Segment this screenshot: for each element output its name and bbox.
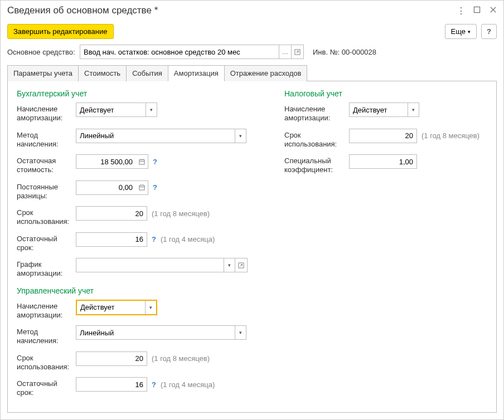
help-icon[interactable]: ? [153, 158, 157, 166]
acc-depreciation-label: Начисление амортизации: [17, 102, 76, 123]
acc-remaining-hint: (1 год 4 месяца) [161, 235, 215, 243]
tax-use-period-hint: (1 год 8 месяцев) [421, 131, 479, 140]
inventory-number: Инв. №: 00-000028 [313, 48, 376, 56]
window-title: Сведения об основном средстве * [7, 5, 457, 16]
tab-depreciation[interactable]: Амортизация [168, 65, 225, 81]
tab-params[interactable]: Параметры учета [7, 65, 79, 81]
calendar-icon[interactable] [136, 154, 148, 169]
tax-depreciation-select[interactable]: ▾ [349, 102, 419, 117]
mgmt-method-field[interactable] [76, 326, 235, 339]
main-asset-label: Основное средство: [7, 48, 76, 56]
management-section-title: Управленческий учет [17, 286, 268, 295]
acc-use-period-hint: (1 год 8 месяцев) [152, 209, 210, 218]
chevron-down-icon[interactable]: ▾ [224, 258, 235, 272]
acc-residual-input[interactable] [76, 154, 136, 169]
tax-depreciation-label: Начисление амортизации: [284, 102, 349, 123]
chevron-down-icon[interactable]: ▾ [235, 326, 246, 339]
tax-depreciation-field[interactable] [350, 103, 408, 116]
tab-cost[interactable]: Стоимость [78, 65, 127, 81]
left-column: Бухгалтерский учет Начисление амортизаци… [17, 87, 268, 407]
ellipsis-icon[interactable]: … [279, 45, 291, 58]
tax-coeff-input[interactable] [349, 154, 417, 169]
acc-use-period-label: Срок использования: [17, 206, 76, 227]
accounting-section-title: Бухгалтерский учет [17, 89, 268, 98]
acc-permdiff-input[interactable] [76, 180, 136, 195]
mgmt-method-select[interactable]: ▾ [76, 325, 246, 340]
mgmt-remaining-hint: (1 год 4 месяца) [161, 380, 215, 389]
mgmt-remaining-label: Остаточный срок: [17, 377, 76, 398]
help-icon[interactable]: ? [152, 235, 156, 243]
tab-expenses[interactable]: Отражение расходов [224, 65, 308, 81]
svg-rect-0 [474, 7, 479, 12]
maximize-icon[interactable] [473, 6, 481, 15]
tax-use-period-label: Срок использования: [284, 129, 349, 149]
acc-permdiff-label: Постоянные разницы: [17, 180, 76, 201]
toolbar: Завершить редактирование Еще ▾ ? [1, 21, 503, 42]
menu-dots-icon[interactable]: ⋮ [457, 6, 464, 16]
acc-residual-label: Остаточная стоимость: [17, 154, 76, 175]
mgmt-use-period-label: Срок использования: [17, 351, 76, 372]
acc-depreciation-select[interactable]: ▾ [76, 102, 157, 117]
mgmt-depreciation-field[interactable] [77, 301, 145, 314]
right-column: Налоговый учет Начисление амортизации: ▾… [284, 87, 479, 407]
svg-rect-3 [139, 185, 144, 190]
help-icon[interactable]: ? [153, 183, 157, 192]
tax-coeff-label: Специальный коэффициент: [284, 154, 349, 175]
open-icon[interactable] [235, 258, 247, 272]
finish-editing-button[interactable]: Завершить редактирование [7, 24, 114, 39]
tabs: Параметры учета Стоимость События Аморти… [7, 65, 497, 81]
acc-schedule-label: График амортизации: [17, 258, 76, 279]
acc-remaining-input[interactable] [76, 232, 147, 247]
mgmt-use-period-hint: (1 год 8 месяцев) [152, 354, 210, 363]
mgmt-depreciation-select[interactable]: ▾ [76, 300, 157, 315]
acc-depreciation-field[interactable] [76, 103, 146, 116]
mgmt-use-period-input[interactable] [76, 351, 147, 366]
tab-events[interactable]: События [126, 65, 168, 81]
chevron-down-icon[interactable]: ▾ [146, 103, 157, 116]
main-asset-row: Основное средство: … Инв. №: 00-000028 [1, 42, 503, 65]
acc-schedule-select[interactable]: ▾ [76, 258, 248, 272]
content: Бухгалтерский учет Начисление амортизаци… [7, 81, 497, 413]
open-icon[interactable] [291, 45, 303, 58]
titlebar: Сведения об основном средстве * ⋮ [1, 1, 503, 21]
svg-rect-2 [139, 159, 144, 164]
more-button[interactable]: Еще ▾ [445, 24, 477, 39]
main-asset-field[interactable] [80, 45, 279, 58]
chevron-down-icon[interactable]: ▾ [408, 103, 419, 116]
acc-method-field[interactable] [76, 129, 235, 143]
titlebar-controls: ⋮ [457, 6, 497, 16]
mgmt-method-label: Метод начисления: [17, 325, 76, 346]
acc-use-period-input[interactable] [76, 206, 147, 221]
tax-section-title: Налоговый учет [284, 89, 479, 98]
acc-method-label: Метод начисления: [17, 129, 76, 149]
chevron-down-icon[interactable]: ▾ [145, 301, 156, 314]
help-icon[interactable]: ? [152, 380, 156, 389]
tax-use-period-input[interactable] [349, 129, 417, 143]
help-button[interactable]: ? [481, 24, 497, 39]
close-icon[interactable] [490, 6, 497, 15]
mgmt-depreciation-label: Начисление амортизации: [17, 300, 76, 320]
mgmt-remaining-input[interactable] [76, 377, 147, 392]
acc-schedule-field[interactable] [76, 258, 224, 272]
chevron-down-icon[interactable]: ▾ [235, 129, 246, 143]
acc-method-select[interactable]: ▾ [76, 129, 246, 143]
more-button-label: Еще [451, 27, 466, 36]
main-asset-input[interactable]: … [80, 45, 304, 59]
calendar-icon[interactable] [136, 180, 148, 195]
acc-remaining-label: Остаточный срок: [17, 232, 76, 253]
chevron-down-icon: ▾ [468, 29, 471, 35]
window: Сведения об основном средстве * ⋮ Заверш… [0, 0, 504, 420]
